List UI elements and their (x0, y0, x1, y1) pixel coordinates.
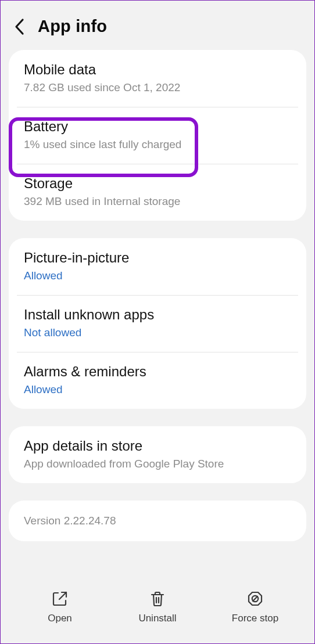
bottom-bar: Open Uninstall Force stop (1, 575, 314, 643)
row-sub: Not allowed (24, 326, 291, 339)
row-storage[interactable]: Storage 392 MB used in Internal storage (9, 164, 306, 221)
row-title: Picture-in-picture (24, 250, 291, 266)
version-card: Version 2.22.24.78 (9, 501, 306, 541)
row-sub: 392 MB used in Internal storage (24, 195, 291, 208)
store-card: App details in store App downloaded from… (9, 426, 306, 483)
header: App info (1, 1, 314, 50)
page-title: App info (38, 17, 107, 36)
row-title: Install unknown apps (24, 307, 291, 323)
row-title: Mobile data (24, 62, 291, 78)
row-sub: 1% used since last fully charged (24, 138, 291, 151)
row-sub: Allowed (24, 269, 291, 282)
trash-icon (148, 589, 167, 608)
row-sub: 7.82 GB used since Oct 1, 2022 (24, 81, 291, 94)
force-stop-button[interactable]: Force stop (206, 589, 304, 624)
permissions-card: Picture-in-picture Allowed Install unkno… (9, 238, 306, 409)
uninstall-button[interactable]: Uninstall (109, 589, 206, 624)
row-install-unknown[interactable]: Install unknown apps Not allowed (9, 295, 306, 352)
open-icon (51, 589, 69, 608)
back-icon[interactable] (13, 18, 26, 35)
row-battery[interactable]: Battery 1% used since last fully charged (9, 107, 306, 164)
usage-card: Mobile data 7.82 GB used since Oct 1, 20… (9, 50, 306, 221)
force-stop-label: Force stop (232, 613, 278, 624)
content: Mobile data 7.82 GB used since Oct 1, 20… (1, 50, 314, 575)
row-pip[interactable]: Picture-in-picture Allowed (9, 238, 306, 295)
row-app-details[interactable]: App details in store App downloaded from… (9, 426, 306, 483)
open-label: Open (48, 613, 72, 624)
row-mobile-data[interactable]: Mobile data 7.82 GB used since Oct 1, 20… (9, 50, 306, 107)
uninstall-label: Uninstall (138, 613, 176, 624)
row-title: Storage (24, 175, 291, 192)
row-title: Alarms & reminders (24, 364, 291, 380)
row-alarms[interactable]: Alarms & reminders Allowed (9, 352, 306, 409)
row-title: App details in store (24, 438, 291, 454)
row-sub: Allowed (24, 383, 291, 396)
stop-icon (246, 589, 264, 608)
version-text: Version 2.22.24.78 (24, 515, 291, 527)
open-button[interactable]: Open (11, 589, 109, 624)
row-sub: App downloaded from Google Play Store (24, 458, 291, 470)
row-title: Battery (24, 118, 291, 135)
